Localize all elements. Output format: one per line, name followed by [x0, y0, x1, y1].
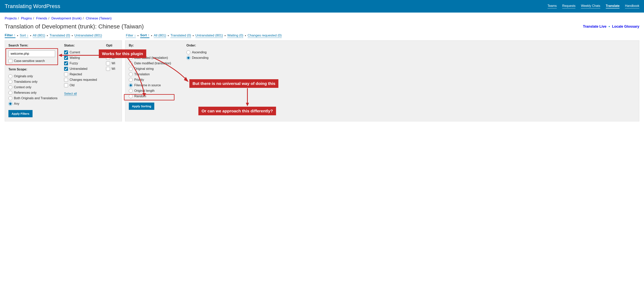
option-partial[interactable]: Wi	[106, 62, 118, 65]
tab-translated-right[interactable]: Translated (0)	[170, 34, 191, 38]
filter-toggle-right[interactable]: Filter ↓	[126, 34, 136, 38]
scope-originals-only[interactable]: Originals only	[8, 74, 60, 78]
page-content: Projects/ Plugins/ Friends/ Development …	[0, 12, 644, 125]
scope-any[interactable]: Any	[8, 102, 60, 106]
toolbar-right: Filter ↓ • Sort ↑ • All (801) • Translat…	[126, 33, 282, 38]
tab-untranslated-left[interactable]: Untranslated (801)	[74, 34, 102, 38]
status-checkbox[interactable]	[64, 56, 68, 60]
by-priority[interactable]: Priority	[129, 78, 182, 82]
status-checkbox[interactable]	[64, 78, 68, 82]
by-radio[interactable]	[129, 94, 133, 98]
scope-radio[interactable]	[8, 91, 12, 95]
title-links: Translate Live • Locale Glossary	[583, 24, 639, 29]
option-checkbox[interactable]	[106, 62, 110, 65]
status-old[interactable]: Old	[64, 83, 101, 87]
status-checkbox[interactable]	[64, 67, 68, 71]
translate-live-link[interactable]: Translate Live	[583, 24, 606, 28]
by-radio[interactable]	[129, 83, 133, 87]
status-current[interactable]: Current	[64, 50, 101, 54]
order-ascending[interactable]: Ascending	[186, 50, 208, 54]
status-checkbox[interactable]	[64, 62, 68, 65]
primary-nav: Teams Requests Weekly Chats Translate Ha…	[548, 4, 639, 8]
status-checkbox[interactable]	[64, 50, 68, 54]
order-radio[interactable]	[186, 50, 190, 54]
status-label: Status:	[64, 44, 101, 47]
scope-translations-only[interactable]: Translations only	[8, 80, 60, 84]
crumb-dev-trunk[interactable]: Development (trunk)	[51, 16, 82, 20]
site-title: Translating WordPress	[5, 3, 60, 10]
term-scope-label: Term Scope:	[8, 68, 60, 71]
tab-translated-left[interactable]: Translated (0)	[50, 34, 70, 38]
search-term-input[interactable]	[8, 50, 55, 57]
by-translation[interactable]: Translation	[129, 72, 182, 76]
option-partial[interactable]: Wi	[106, 67, 118, 71]
scope-radio[interactable]	[8, 102, 12, 106]
breadcrumb: Projects/ Plugins/ Friends/ Development …	[5, 16, 639, 20]
scope-both-originals-and-translations[interactable]: Both Originals and Translations	[8, 96, 60, 100]
status-waiting[interactable]: Waiting	[64, 56, 101, 60]
by-radio[interactable]	[129, 72, 133, 76]
case-sensitive-row[interactable]: Case-sensitive search	[8, 59, 60, 63]
order-radio[interactable]	[186, 56, 190, 60]
option-checkbox[interactable]	[106, 67, 110, 71]
case-sensitive-label: Case-sensitive search	[14, 59, 45, 63]
scope-radio[interactable]	[8, 96, 12, 100]
by-radio[interactable]	[129, 78, 133, 82]
nav-weekly-chats[interactable]: Weekly Chats	[581, 4, 600, 8]
sort-toggle-left[interactable]: Sort ↓	[20, 34, 28, 38]
by-radio[interactable]	[129, 62, 133, 65]
crumb-friends[interactable]: Friends	[36, 16, 47, 20]
sort-toggle-right[interactable]: Sort ↑	[140, 33, 150, 38]
scope-references-only[interactable]: References only	[8, 91, 60, 95]
order-label: Order:	[186, 44, 208, 47]
status-untranslated[interactable]: Untranslated	[64, 67, 101, 71]
scope-context-only[interactable]: Context only	[8, 85, 60, 89]
callout-universal: But there is no universal way of doing t…	[190, 79, 278, 88]
toolbar-left: Filter ↑ • Sort ↓ • All (801) • Translat…	[5, 33, 122, 38]
site-header: Translating WordPress Teams Requests Wee…	[0, 0, 644, 12]
apply-sorting-button[interactable]: Apply Sorting	[129, 102, 154, 110]
crumb-plugins[interactable]: Plugins	[21, 16, 32, 20]
nav-requests[interactable]: Requests	[562, 4, 576, 8]
scope-radio[interactable]	[8, 85, 12, 89]
order-descending[interactable]: Descending	[186, 56, 208, 60]
by-date-modified-translation-[interactable]: Date modified (translation)	[129, 62, 182, 65]
by-original-string[interactable]: Original string	[129, 67, 182, 71]
tab-untranslated-right[interactable]: Untranslated (801)	[196, 34, 223, 38]
scope-radio[interactable]	[8, 74, 12, 78]
select-all-link[interactable]: Select all	[64, 92, 77, 96]
status-changes-requested[interactable]: Changes requested	[64, 78, 101, 82]
status-fuzzy[interactable]: Fuzzy	[64, 62, 101, 65]
status-checkbox[interactable]	[64, 83, 68, 87]
scope-radio[interactable]	[8, 80, 12, 84]
crumb-projects[interactable]: Projects	[5, 16, 17, 20]
by-radio[interactable]	[129, 89, 133, 93]
tab-all-left[interactable]: All (801)	[33, 34, 45, 38]
case-sensitive-checkbox[interactable]	[8, 59, 12, 63]
callout-works: Works for this plugin	[99, 50, 146, 58]
tab-all-right[interactable]: All (801)	[154, 34, 166, 38]
tab-changes-right[interactable]: Changes requested (0)	[248, 34, 282, 38]
nav-handbook[interactable]: Handbook	[625, 4, 639, 8]
by-original-length[interactable]: Original length	[129, 89, 182, 93]
by-filename-in-source[interactable]: Filename in source	[129, 83, 182, 87]
callout-different: Or can we approach this differently?	[198, 107, 276, 115]
locale-glossary-link[interactable]: Locale Glossary	[612, 24, 639, 28]
page-title: Translation of Development (trunk): Chin…	[5, 23, 144, 30]
by-radio[interactable]	[129, 67, 133, 71]
status-checkbox[interactable]	[64, 72, 68, 76]
options-label: Opti	[106, 44, 118, 47]
apply-filters-button[interactable]: Apply Filters	[8, 110, 32, 117]
filter-toggle-left[interactable]: Filter ↑	[5, 33, 16, 38]
tab-waiting-right[interactable]: Waiting (0)	[227, 34, 243, 38]
nav-translate[interactable]: Translate	[606, 4, 620, 8]
status-rejected[interactable]: Rejected	[64, 72, 101, 76]
by-random[interactable]: Random	[129, 94, 182, 98]
nav-teams[interactable]: Teams	[548, 4, 557, 8]
by-label: By:	[129, 44, 182, 47]
search-term-label: Search Term:	[8, 44, 60, 47]
crumb-locale[interactable]: Chinese (Taiwan)	[86, 16, 112, 20]
